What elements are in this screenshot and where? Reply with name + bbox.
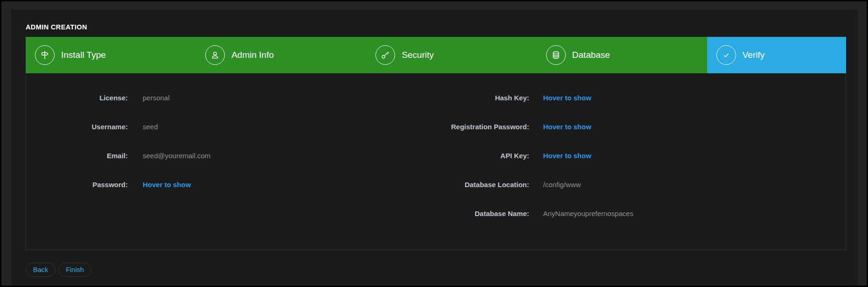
step-admin-info[interactable]: Admin Info — [196, 37, 366, 73]
user-icon — [205, 45, 225, 65]
step-label: Database — [572, 50, 610, 60]
hover-to-show-api-key[interactable]: Hover to show — [543, 152, 591, 160]
hover-to-show-registration-password[interactable]: Hover to show — [543, 123, 591, 131]
summary-row-database-location: Database Location: /config/www — [436, 170, 846, 199]
verify-summary-panel: License: personal Username: seed Email: … — [26, 73, 846, 250]
check-icon — [716, 45, 736, 65]
database-icon — [546, 45, 566, 65]
step-database[interactable]: Database — [537, 37, 707, 73]
field-value: seed — [143, 123, 158, 131]
summary-row-email: Email: seed@youremail.com — [26, 141, 436, 170]
summary-row-hash-key: Hash Key: Hover to show — [436, 84, 846, 112]
step-security[interactable]: Security — [366, 37, 536, 73]
summary-column-right: Hash Key: Hover to show Registration Pas… — [436, 84, 846, 250]
summary-row-password: Password: Hover to show — [26, 170, 436, 199]
step-label: Install Type — [61, 50, 106, 60]
step-install-type[interactable]: Install Type — [26, 37, 196, 73]
signpost-icon — [35, 45, 55, 65]
field-value: personal — [143, 94, 170, 102]
summary-row-license: License: personal — [26, 84, 436, 112]
step-verify[interactable]: Verify — [707, 37, 846, 73]
field-label: Username: — [26, 123, 128, 131]
field-label: Registration Password: — [436, 123, 529, 131]
back-button[interactable]: Back — [26, 263, 56, 277]
field-label: Database Location: — [436, 181, 529, 189]
summary-row-registration-password: Registration Password: Hover to show — [436, 112, 846, 141]
page-title: ADMIN CREATION — [26, 24, 846, 31]
main-panel: ADMIN CREATION Install Type — [11, 10, 858, 286]
field-label: Database Name: — [436, 210, 529, 217]
step-label: Admin Info — [231, 50, 274, 60]
field-label: Password: — [26, 181, 128, 189]
field-label: Email: — [26, 152, 128, 160]
hover-to-show-password[interactable]: Hover to show — [143, 181, 191, 189]
hover-to-show-hash-key[interactable]: Hover to show — [543, 94, 591, 102]
step-label: Security — [402, 50, 434, 60]
wizard-step-bar: Install Type Admin Info — [26, 37, 846, 73]
field-label: Hash Key: — [436, 94, 529, 102]
step-label: Verify — [743, 50, 765, 60]
summary-row-username: Username: seed — [26, 112, 436, 141]
field-value: /config/www — [543, 181, 581, 189]
finish-button[interactable]: Finish — [58, 263, 91, 277]
wizard-footer: Back Finish — [26, 263, 846, 277]
field-label: API Key: — [436, 152, 529, 160]
field-value: AnyNameyouprefernospaces — [543, 210, 633, 217]
summary-column-left: License: personal Username: seed Email: … — [26, 84, 436, 250]
field-label: License: — [26, 94, 128, 102]
summary-row-database-name: Database Name: AnyNameyouprefernospaces — [436, 199, 846, 228]
field-value: seed@youremail.com — [143, 152, 210, 160]
key-icon — [375, 45, 395, 65]
summary-row-api-key: API Key: Hover to show — [436, 141, 846, 170]
